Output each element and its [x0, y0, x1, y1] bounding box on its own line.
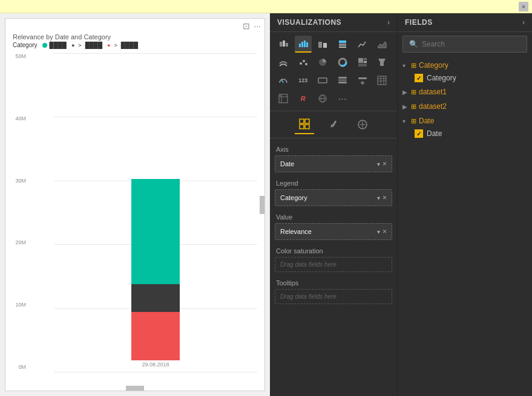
viz-icon-ribbon[interactable] — [275, 54, 292, 71]
chart-legend: Category ████ ● > ████ ● > ████ — [5, 42, 264, 51]
value-chevron[interactable]: ▾ — [377, 229, 380, 235]
value-remove[interactable]: × — [383, 227, 387, 236]
top-bar: × — [0, 0, 532, 13]
viz-icon-table[interactable] — [373, 72, 390, 89]
more-icon[interactable]: ··· — [254, 21, 261, 31]
legend-chevron[interactable]: ▾ — [377, 195, 380, 201]
legend-well[interactable]: Category ▾ × — [275, 189, 392, 206]
field-group-category-header[interactable]: ▾ ⊞ Category — [398, 59, 532, 72]
category-field-name: Category — [427, 74, 456, 82]
svg-rect-5 — [304, 41, 306, 47]
axis-chevron[interactable]: ▾ — [377, 161, 380, 167]
svg-rect-11 — [339, 47, 346, 48]
axis-remove[interactable]: × — [383, 160, 387, 168]
viz-icon-card[interactable] — [314, 72, 331, 89]
field-group-dataset2-header[interactable]: ▶ ⊞ dataset2 — [398, 100, 532, 113]
viz-icon-matrix[interactable] — [275, 90, 292, 107]
field-group-date-header[interactable]: ▾ ⊞ Date — [398, 114, 532, 128]
viz-icon-map[interactable] — [314, 90, 331, 107]
table-icon-category: ⊞ — [411, 62, 416, 70]
legend-item-3: ████ — [121, 42, 138, 48]
svg-rect-44 — [300, 125, 304, 129]
svg-rect-38 — [279, 94, 281, 97]
more-dots: ··· — [338, 94, 347, 103]
svg-rect-20 — [364, 61, 367, 63]
chart-title: Relevance by Date and Category — [5, 33, 264, 42]
svg-rect-18 — [358, 58, 363, 63]
viz-icon-clustered-bar[interactable] — [314, 36, 331, 53]
field-group-dataset1-header[interactable]: ▶ ⊞ dataset1 — [398, 85, 532, 99]
table-icon-dataset1: ⊞ — [411, 88, 416, 96]
viz-icon-scatter[interactable] — [295, 54, 312, 71]
y-label-10M: 10M — [7, 302, 28, 308]
date-field-name: Date — [427, 129, 442, 138]
value-well[interactable]: Relevance ▾ × — [275, 223, 392, 240]
field-group-date: ▾ ⊞ Date ✓ Date — [398, 114, 532, 140]
category-checkbox[interactable]: ✓ — [415, 74, 423, 82]
legend-dot-red: ● — [107, 42, 110, 48]
legend-remove[interactable]: × — [383, 193, 387, 202]
bar-stack — [131, 179, 180, 360]
y-axis: 0M 10M 20M 30M 40M 50M — [5, 51, 30, 372]
chart-toolbar: ⊡ ··· — [5, 19, 264, 33]
viz-icon-kpi[interactable]: 123 — [295, 72, 312, 89]
svg-point-14 — [305, 63, 307, 65]
tooltips-placeholder[interactable]: Drag data fields here — [275, 289, 392, 304]
field-item-category[interactable]: ✓ Category — [398, 72, 532, 84]
viz-icon-pie[interactable] — [314, 54, 331, 71]
main-content: ⊡ ··· Relevance by Date and Category Cat… — [0, 13, 532, 396]
bar-segment-teal — [131, 179, 180, 284]
category-group-name: Category — [419, 61, 448, 70]
viz-icon-treemap[interactable] — [354, 54, 371, 71]
fields-search-box[interactable]: 🔍 — [402, 36, 527, 53]
viz-icon-more[interactable]: ··· — [334, 90, 351, 107]
viz-icon-funnel[interactable] — [373, 54, 390, 71]
y-label-40M: 40M — [7, 115, 28, 122]
field-item-date[interactable]: ✓ Date — [398, 128, 532, 140]
svg-rect-43 — [305, 119, 309, 123]
viz-icon-line-chart[interactable] — [354, 36, 371, 53]
chart-area: 0M 10M 20M 30M 40M 50M — [5, 51, 264, 391]
viz-icon-gauge[interactable] — [275, 72, 292, 89]
viz-subtab-fields[interactable] — [295, 115, 314, 134]
viz-icon-r-visual[interactable]: R — [295, 90, 312, 107]
value-label-well: Value — [275, 211, 392, 223]
svg-rect-21 — [358, 63, 367, 67]
axis-well[interactable]: Date ▾ × — [275, 155, 392, 172]
viz-icon-bar-chart-active[interactable] — [295, 36, 312, 53]
search-input[interactable] — [422, 40, 521, 48]
viz-subtabs — [270, 111, 397, 138]
chart-plot: 29.08.2018 — [54, 53, 257, 372]
expand-icon[interactable]: ⊡ — [243, 21, 250, 31]
viz-subtab-analytics[interactable] — [353, 115, 372, 134]
viz-icon-slicer[interactable] — [354, 72, 371, 89]
color-saturation-placeholder[interactable]: Drag data fields here — [275, 257, 392, 272]
y-label-20M: 20M — [7, 239, 28, 245]
close-button[interactable]: × — [519, 2, 528, 11]
viz-chevron[interactable]: › — [387, 18, 390, 27]
svg-marker-22 — [378, 59, 386, 66]
bar-segment-red — [131, 312, 180, 360]
svg-rect-7 — [318, 42, 322, 48]
svg-rect-46 — [332, 120, 337, 126]
resize-handle-right[interactable] — [260, 196, 264, 214]
fields-list: ▾ ⊞ Category ✓ Category ▶ ⊞ dataset1 — [398, 56, 532, 396]
svg-rect-6 — [306, 42, 308, 47]
viz-subtab-format[interactable] — [324, 115, 343, 134]
date-checkbox[interactable]: ✓ — [415, 129, 423, 138]
resize-handle-bottom[interactable] — [126, 386, 144, 391]
viz-icon-stacked-bar[interactable] — [275, 36, 292, 53]
legend-label-well: Legend — [275, 177, 392, 189]
svg-rect-30 — [378, 76, 386, 85]
svg-rect-24 — [318, 78, 327, 83]
viz-icon-100pct-bar[interactable] — [334, 36, 351, 53]
table-icon-dataset2: ⊞ — [411, 103, 416, 111]
viz-icon-multi-row-card[interactable] — [334, 72, 351, 89]
fields-panel: FIELDS › 🔍 ▾ ⊞ Category ✓ Category — [397, 13, 532, 396]
fields-chevron[interactable]: › — [522, 18, 525, 27]
svg-rect-27 — [338, 82, 347, 83]
fields-header: FIELDS › — [398, 13, 532, 32]
viz-icon-area-chart[interactable] — [373, 36, 390, 53]
viz-icon-donut[interactable] — [334, 54, 351, 71]
svg-point-13 — [303, 60, 305, 62]
